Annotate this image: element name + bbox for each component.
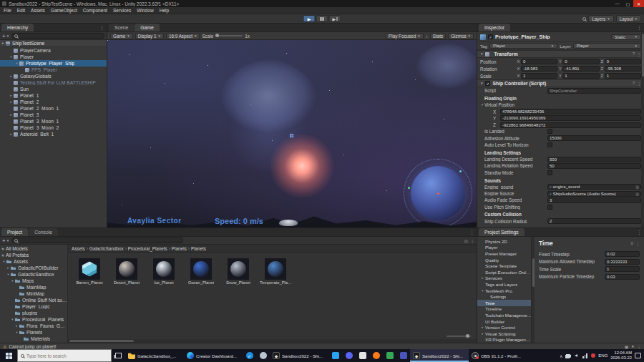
settings-field-input[interactable]: 1 bbox=[605, 266, 640, 272]
inspector-row[interactable]: Floating Origin bbox=[477, 95, 644, 102]
cloud-icon[interactable] bbox=[565, 353, 571, 358]
position-x-field[interactable]: 0 bbox=[521, 59, 557, 64]
breadcrumb-item[interactable]: Planets bbox=[188, 246, 206, 251]
mute-audio-icon[interactable]: ♪ bbox=[426, 34, 428, 39]
settings-category-item[interactable]: ▸ Version Control bbox=[477, 324, 531, 331]
inspector-row[interactable]: Landing Settings bbox=[477, 150, 644, 156]
scale-z-field[interactable]: 1 bbox=[605, 73, 641, 79]
expand-arrow-icon[interactable]: ▸ bbox=[480, 332, 485, 336]
aspect-dropdown[interactable]: 16:9 Aspect▼ bbox=[166, 33, 200, 39]
console-icon[interactable]: ▣ bbox=[625, 344, 629, 349]
inspector-row[interactable]: Engine Source ShipAudioSource (Audio Sou… bbox=[477, 190, 644, 197]
preset-icon[interactable]: ≡ bbox=[630, 241, 633, 246]
add-asset-button[interactable]: +▼ bbox=[2, 238, 9, 244]
expand-arrow-icon[interactable]: ▾ bbox=[10, 279, 15, 283]
help-icon[interactable]: ? bbox=[633, 81, 635, 86]
taskbar-app-paw[interactable] bbox=[256, 349, 270, 362]
taskbar-app-green[interactable] bbox=[383, 349, 396, 362]
inspector-row[interactable]: Custom Collision bbox=[477, 211, 644, 217]
settings-category-item[interactable]: Preset Manager bbox=[477, 250, 531, 257]
hierarchy-item[interactable]: ▸ Planet_2 bbox=[0, 99, 107, 105]
settings-category-item[interactable]: Script Execution Orde... bbox=[477, 269, 531, 275]
folder-item[interactable]: ▸ GalacticPOIBuilder bbox=[0, 265, 67, 271]
expand-arrow-icon[interactable]: ▾ bbox=[480, 289, 485, 293]
folder-item[interactable]: ▾ Maps bbox=[0, 278, 67, 284]
settings-menu-icon[interactable]: ⋮ bbox=[637, 230, 642, 235]
layer-dropdown[interactable]: Player▼ bbox=[573, 43, 641, 49]
expand-arrow-icon[interactable]: ▸ bbox=[9, 113, 14, 117]
property-checkbox[interactable] bbox=[547, 170, 552, 175]
property-field[interactable]: ShipAudioSource (Audio Source) bbox=[547, 191, 641, 197]
tab-project-settings[interactable]: Project Settings bbox=[479, 228, 525, 236]
position-y-field[interactable]: 0 bbox=[562, 59, 599, 64]
play-button[interactable]: ▶ bbox=[303, 15, 316, 22]
expand-arrow-icon[interactable]: ▸ bbox=[9, 94, 14, 97]
taskbar-search-input[interactable] bbox=[26, 353, 108, 358]
expand-arrow-icon[interactable]: ▾ bbox=[10, 318, 15, 321]
tab-game[interactable]: Game bbox=[135, 24, 160, 31]
hierarchy-item[interactable]: ▸ GalaxyGlobals bbox=[0, 73, 107, 79]
taskbar-app-flame[interactable] bbox=[369, 349, 383, 362]
inspector-row[interactable]: Y -210090.16914950369 bbox=[477, 115, 644, 122]
language-indicator[interactable]: ENG bbox=[598, 353, 608, 358]
menu-item[interactable]: Assets bbox=[31, 8, 45, 13]
property-field[interactable]: 500 bbox=[547, 157, 641, 162]
horizontal-scrollbar[interactable] bbox=[68, 339, 477, 343]
folder-item[interactable]: Online Stuff Not sur... bbox=[0, 297, 67, 303]
minimize-icon[interactable]: — bbox=[612, 0, 623, 7]
expand-arrow-icon[interactable]: ▾ bbox=[14, 62, 19, 65]
settings-category-item[interactable]: Time bbox=[477, 300, 531, 306]
taskbar-app-obs[interactable]: OBS 31.1.2 - Profil... bbox=[469, 349, 527, 362]
inspector-row[interactable]: Landing Descent Speed 500 bbox=[477, 156, 644, 162]
expand-arrow-icon[interactable]: ▸ bbox=[480, 326, 485, 329]
folder-item[interactable]: ▾ Procedural_Planets bbox=[0, 316, 67, 323]
start-button[interactable] bbox=[0, 349, 17, 362]
settings-field-input[interactable]: 0.3333333 bbox=[605, 259, 640, 265]
project-search-input[interactable] bbox=[19, 238, 180, 243]
rotation-y-field[interactable]: -41.891 bbox=[562, 66, 599, 72]
taskbar-app-vscode[interactable] bbox=[328, 349, 342, 362]
hierarchy-item[interactable]: ▸ Planet_1 bbox=[0, 92, 107, 99]
search-icon[interactable] bbox=[582, 17, 586, 21]
asset-item[interactable]: Snow_Planet bbox=[223, 258, 254, 285]
recording-indicator-icon[interactable] bbox=[591, 353, 595, 358]
hierarchy-search-input[interactable] bbox=[19, 34, 102, 38]
menu-item[interactable]: File bbox=[4, 8, 11, 13]
settings-scrollbar[interactable] bbox=[532, 237, 535, 343]
inspector-scrollbar[interactable] bbox=[641, 32, 644, 228]
help-icon[interactable]: ? bbox=[633, 52, 635, 57]
favorite-item[interactable]: ★ All Prefabs bbox=[0, 252, 67, 258]
hierarchy-item[interactable]: Planet_3_Moon_1 bbox=[0, 118, 107, 124]
expand-arrow-icon[interactable]: ▾ bbox=[9, 55, 14, 59]
favorite-item[interactable]: ★ All Models bbox=[0, 245, 67, 252]
hierarchy-item[interactable]: Testing Stuff For LLM BATTLESHIP bbox=[0, 79, 107, 86]
expand-arrow-icon[interactable]: ▾ bbox=[6, 273, 11, 276]
step-button[interactable]: ▶ bbox=[329, 15, 341, 22]
lock-icon[interactable]: ⋮ bbox=[470, 238, 474, 243]
taskbar-app-browser[interactable]: Creator Dashboard... bbox=[184, 349, 243, 362]
asset-item[interactable]: Temperate_Pla... bbox=[260, 258, 291, 285]
property-field[interactable]: 2 bbox=[547, 218, 641, 224]
breadcrumb-item[interactable]: GalacticSandbox bbox=[87, 246, 124, 251]
pause-button[interactable] bbox=[316, 15, 328, 22]
inspector-menu-icon[interactable]: ⋮ bbox=[637, 25, 642, 31]
hierarchy-item[interactable]: FPS_Player bbox=[0, 67, 107, 73]
inspector-row[interactable]: Z -922862.96849648272 bbox=[477, 122, 644, 128]
property-field[interactable]: -210090.16914950369 bbox=[500, 115, 641, 121]
expand-arrow-icon[interactable]: ▸ bbox=[480, 276, 485, 280]
tab-project[interactable]: Project bbox=[1, 228, 28, 236]
hierarchy-item[interactable]: ▸ Planet_3 bbox=[0, 112, 107, 118]
inspector-row[interactable]: Use Pitch Shifting bbox=[477, 204, 644, 210]
component-enabled-checkbox[interactable] bbox=[485, 81, 490, 86]
folder-item[interactable]: MainMap bbox=[0, 284, 67, 290]
settings-category-item[interactable]: ▸ Visual Scripting bbox=[477, 331, 531, 337]
inspector-row[interactable]: Landing Rotation Speed 50 bbox=[477, 162, 644, 169]
add-gameobject-button[interactable]: +▼ bbox=[2, 33, 9, 39]
property-checkbox[interactable] bbox=[547, 142, 552, 147]
scale-slider[interactable] bbox=[215, 35, 243, 36]
tab-scene[interactable]: Scene bbox=[109, 24, 134, 31]
hierarchy-search[interactable] bbox=[11, 33, 104, 39]
expand-arrow-icon[interactable]: ▾ bbox=[0, 41, 6, 45]
settings-category-item[interactable]: Timeline bbox=[477, 306, 531, 313]
tab-console[interactable]: Console bbox=[29, 228, 58, 236]
